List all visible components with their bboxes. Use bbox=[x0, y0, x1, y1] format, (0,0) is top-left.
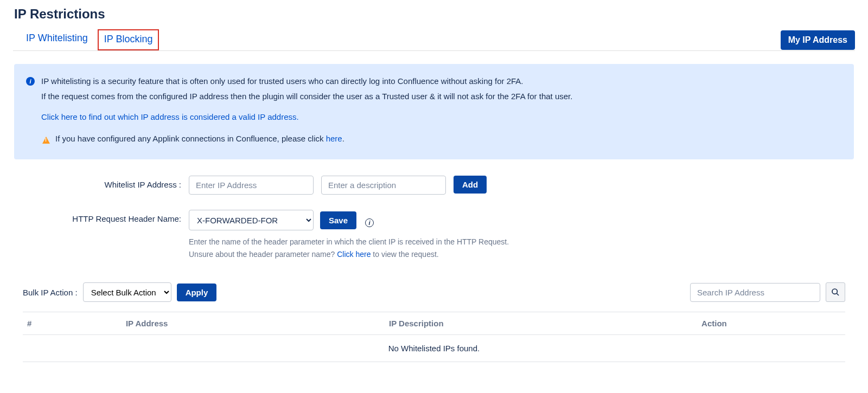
http-header-row: HTTP Request Header Name: X-FORWARDED-FO… bbox=[46, 210, 855, 261]
my-ip-address-button[interactable]: My IP Address bbox=[781, 30, 855, 50]
bulk-action-row: Bulk IP Action : Select Bulk Action Appl… bbox=[23, 282, 845, 302]
tab-ip-blocking[interactable]: IP Blocking bbox=[98, 29, 159, 50]
applink-here-link[interactable]: here bbox=[326, 134, 342, 143]
info-text-bold: directly log into Confluence bbox=[341, 76, 439, 86]
info-circle-icon[interactable]: i bbox=[365, 218, 374, 227]
http-header-label: HTTP Request Header Name: bbox=[46, 210, 181, 223]
warning-icon bbox=[42, 137, 50, 144]
tabs-row: IP Whitelisting IP Blocking My IP Addres… bbox=[13, 29, 855, 51]
form-area: Whitelist IP Address : Add HTTP Request … bbox=[46, 176, 855, 261]
apply-button[interactable]: Apply bbox=[177, 284, 217, 301]
tab-ip-whitelisting[interactable]: IP Whitelisting bbox=[24, 29, 90, 50]
search-icon bbox=[831, 288, 840, 297]
search-ip-input[interactable] bbox=[690, 283, 820, 302]
valid-ip-help-link[interactable]: Click here to find out which IP address … bbox=[41, 112, 299, 121]
col-index: # bbox=[23, 312, 122, 335]
table-row-empty: No Whitelisted IPs found. bbox=[23, 335, 845, 362]
col-ip-address: IP Address bbox=[122, 312, 385, 335]
click-here-link[interactable]: Click here bbox=[337, 250, 371, 259]
svg-point-0 bbox=[832, 289, 837, 294]
col-ip-description: IP Description bbox=[385, 312, 697, 335]
help-text-1: Enter the name of the header parameter i… bbox=[189, 236, 509, 248]
page-title: IP Restrictions bbox=[14, 7, 855, 22]
info-text: without asking for 2FA. bbox=[439, 76, 524, 86]
whitelist-ip-row: Whitelist IP Address : Add bbox=[46, 176, 855, 195]
bulk-action-select[interactable]: Select Bulk Action bbox=[83, 282, 171, 302]
http-header-select[interactable]: X-FORWARDED-FOR bbox=[189, 210, 314, 230]
help-text-2b: to view the request. bbox=[371, 250, 438, 259]
empty-message: No Whitelisted IPs found. bbox=[23, 335, 845, 362]
info-text-emph: Trusted user bbox=[382, 92, 427, 101]
tabs: IP Whitelisting IP Blocking bbox=[24, 29, 159, 50]
whitelist-ip-label: Whitelist IP Address : bbox=[46, 176, 181, 189]
info-text: & it will not ask for the 2FA for that u… bbox=[427, 92, 573, 101]
col-action: Action bbox=[697, 312, 845, 335]
search-button[interactable] bbox=[826, 282, 845, 302]
warn-text: If you have configured any Applink conne… bbox=[55, 134, 326, 143]
info-text: If the request comes from the configured… bbox=[41, 92, 382, 101]
add-button[interactable]: Add bbox=[454, 176, 487, 194]
svg-line-1 bbox=[837, 293, 839, 295]
info-box: i IP whitelisting is a security feature … bbox=[14, 64, 854, 159]
ip-address-input[interactable] bbox=[189, 176, 314, 195]
warn-text: . bbox=[342, 134, 344, 143]
ip-description-input[interactable] bbox=[321, 176, 446, 195]
bulk-action-label: Bulk IP Action : bbox=[23, 288, 78, 297]
info-text: IP whitelisting is a security feature th… bbox=[41, 76, 341, 86]
help-text-2a: Unsure about the header parameter name? bbox=[189, 250, 337, 259]
ip-table: # IP Address IP Description Action No Wh… bbox=[23, 312, 845, 362]
info-icon: i bbox=[26, 77, 35, 86]
save-button[interactable]: Save bbox=[320, 211, 356, 229]
